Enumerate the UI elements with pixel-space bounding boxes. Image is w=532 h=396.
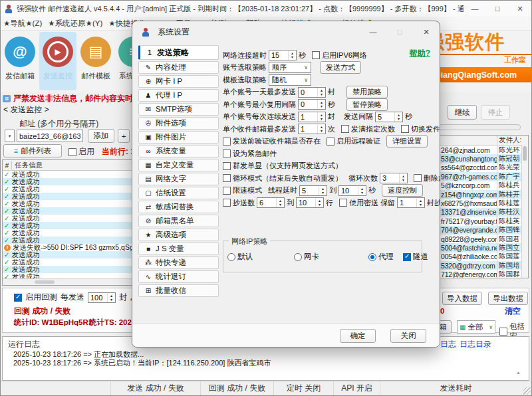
add-button[interactable]: 添加 bbox=[88, 129, 114, 143]
speed-limit-checkbox[interactable] bbox=[223, 187, 231, 195]
menu-nic-ip[interactable]: ⊕网卡 I P bbox=[138, 75, 219, 88]
scrollbar-thumb[interactable] bbox=[35, 280, 55, 284]
send-gap-spinner[interactable]: 5▴▾ bbox=[375, 112, 403, 122]
enable-checkbox-row[interactable]: 启用 bbox=[68, 146, 94, 157]
per-send-spinner[interactable]: 100 ▴▾ bbox=[88, 292, 116, 303]
maximize-icon[interactable]: □ bbox=[486, 1, 509, 17]
plus-button[interactable]: + bbox=[118, 129, 130, 143]
spin-down-icon[interactable]: ▾ bbox=[321, 104, 323, 108]
spin-down-icon[interactable]: ▾ bbox=[361, 191, 363, 195]
enable-checkbox[interactable] bbox=[68, 148, 76, 156]
close-button[interactable]: 关闭 bbox=[390, 329, 426, 343]
bcc-use-checkbox[interactable] bbox=[339, 199, 347, 207]
burst-spinner[interactable]: 1▴▾ bbox=[298, 112, 326, 122]
close-icon[interactable]: ✕ bbox=[509, 1, 531, 17]
spin-down-icon[interactable]: ▾ bbox=[322, 191, 324, 195]
tunnel-checkbox[interactable] bbox=[403, 253, 411, 261]
bcc-single-checkbox[interactable] bbox=[223, 162, 231, 170]
keep-spinner[interactable]: 1▴▾ bbox=[397, 197, 425, 208]
scrollbar-thumb[interactable] bbox=[523, 146, 527, 161]
resize-grip[interactable] bbox=[523, 387, 531, 395]
spin-down-icon[interactable]: ▾ bbox=[420, 203, 422, 207]
continue-button[interactable]: 继续 bbox=[448, 105, 477, 120]
spin-down-icon[interactable]: ▾ bbox=[319, 203, 321, 207]
loop-mode-checkbox[interactable] bbox=[223, 174, 231, 182]
menu-blacklist[interactable]: ⊘邮箱黑名单 bbox=[138, 215, 219, 228]
spin-down-icon[interactable]: ▾ bbox=[279, 203, 281, 207]
macro-checkbox[interactable] bbox=[499, 328, 507, 336]
menu-custom-variables[interactable]: ▦自定义变量 bbox=[138, 159, 219, 172]
full-times-checkbox[interactable] bbox=[341, 125, 349, 133]
reuse-gap-spinner[interactable]: 0▴▾ bbox=[298, 99, 326, 110]
minimize-icon[interactable]: — bbox=[464, 1, 486, 17]
menu-js-variables[interactable]: ■J S 变量 bbox=[138, 243, 219, 256]
menu-attachment-images[interactable]: ▣附件图片 bbox=[138, 131, 219, 144]
ok-button[interactable]: 确定 bbox=[340, 329, 376, 343]
menu-stationery[interactable]: ▢信纸设置 bbox=[138, 187, 219, 200]
toolbar-sender-mailbox[interactable]: @ 发信邮箱 bbox=[1, 32, 39, 90]
thread-from-spinner[interactable]: 5▴▾ bbox=[299, 185, 327, 196]
ipv6-checkbox[interactable] bbox=[312, 51, 320, 59]
urgent-checkbox[interactable] bbox=[223, 149, 231, 157]
nic-radio[interactable] bbox=[294, 253, 302, 261]
menu-smtp-options[interactable]: ✉SMTP选项 bbox=[138, 103, 219, 116]
disable-policy-button[interactable]: 禁用策略 bbox=[346, 86, 388, 98]
remote-verify-checkbox[interactable] bbox=[327, 138, 334, 146]
menu-express-delivery[interactable]: ⁂特快专递 bbox=[138, 256, 219, 270]
spin-down-icon[interactable]: ▾ bbox=[321, 129, 323, 133]
toolbar-mail-template[interactable]: ▤ 邮件模板 bbox=[77, 32, 114, 90]
rcpt-max-spinner[interactable]: 1▴▾ bbox=[298, 124, 326, 134]
menu-attachment-options[interactable]: ✇附件选项 bbox=[138, 117, 219, 130]
menu-system-variables[interactable]: ∞系统变量 bbox=[138, 145, 219, 158]
pause-policy-button[interactable]: 暂停策略 bbox=[346, 98, 388, 111]
clear-link[interactable]: 清空 bbox=[505, 306, 521, 317]
menu-proxy-ip[interactable]: ♟代理 I P bbox=[138, 89, 219, 102]
cc-to-spinner[interactable]: 10▴▾ bbox=[296, 197, 324, 208]
timeout-spinner[interactable]: 15▴▾ bbox=[269, 50, 297, 60]
spin-down-icon[interactable]: ▾ bbox=[402, 178, 404, 182]
mail-list-button[interactable]: ≡ 邮件列表 bbox=[3, 144, 62, 157]
account-pick-select[interactable]: 顺序∨ bbox=[269, 62, 311, 73]
menu-restore[interactable]: ★系统还原★(Y) bbox=[48, 19, 102, 29]
vertical-scrollbar[interactable] bbox=[521, 145, 528, 278]
spin-down-icon[interactable]: ▾ bbox=[291, 55, 293, 59]
template-pick-select[interactable]: 随机∨ bbox=[269, 74, 311, 86]
log-dir-link[interactable]: 日志目录 bbox=[460, 339, 491, 350]
dialog-close-icon[interactable]: ✕ bbox=[413, 21, 440, 43]
proxy-radio[interactable] bbox=[368, 253, 376, 261]
menu-stats-unsubscribe[interactable]: ∿统计退订 bbox=[138, 270, 219, 284]
thread-to-spinner[interactable]: 10▴▾ bbox=[338, 185, 366, 196]
daily-max-spinner[interactable]: 0▴▾ bbox=[298, 87, 326, 98]
menu-nav[interactable]: ★导航★(Z) bbox=[3, 19, 42, 29]
menu-send-strategy[interactable]: 1发送策略 bbox=[138, 45, 219, 60]
send-mode-button[interactable]: 发送方式 bbox=[320, 61, 361, 74]
spin-down-icon[interactable]: ▾ bbox=[321, 117, 323, 121]
all-select[interactable]: ▦ 全部 ∨ bbox=[457, 320, 495, 334]
loop-count-spinner[interactable]: 3▴▾ bbox=[380, 173, 408, 183]
verify-checkbox[interactable] bbox=[223, 138, 231, 146]
cc-from-spinner[interactable]: 6▴▾ bbox=[257, 197, 285, 208]
log-link[interactable]: 日志 bbox=[440, 339, 456, 350]
cc-checkbox[interactable] bbox=[223, 199, 231, 207]
menu-web-text[interactable]: ▤网络文字 bbox=[138, 173, 219, 186]
toolbar-send-monitor[interactable]: ▶ 发送监控 bbox=[39, 32, 76, 90]
menu-content-process[interactable]: ✎内容处理 bbox=[138, 61, 219, 74]
spinner-arrows[interactable]: ▴▾ bbox=[107, 293, 115, 302]
address-input[interactable] bbox=[17, 130, 83, 142]
callback-checkbox[interactable] bbox=[14, 294, 22, 302]
menu-sensitive-words[interactable]: ⇄敏感词替换 bbox=[138, 201, 219, 214]
menu-batch-receive[interactable]: ⊞批量收信 bbox=[138, 284, 219, 298]
speed-control-button[interactable]: 速度控制 bbox=[382, 184, 423, 197]
default-radio[interactable] bbox=[227, 253, 235, 261]
dialog-minimize-icon[interactable]: — bbox=[360, 21, 386, 43]
export-data-button[interactable]: 导出数据 bbox=[488, 292, 528, 305]
scroll-up-icon[interactable]: ▲ bbox=[516, 370, 521, 375]
spin-down-icon[interactable]: ▾ bbox=[398, 117, 400, 121]
delete-timeout-checkbox[interactable] bbox=[414, 174, 422, 182]
import-data-button[interactable]: 导入数据 bbox=[442, 292, 482, 305]
spin-down-icon[interactable]: ▾ bbox=[110, 298, 112, 302]
switch-sender-checkbox[interactable] bbox=[401, 125, 409, 133]
address-dropdown-icon[interactable]: ▾ bbox=[5, 130, 15, 142]
menu-advanced-options[interactable]: ★高级选项 bbox=[138, 229, 219, 242]
detail-settings-button[interactable]: 详细设置 bbox=[386, 135, 428, 148]
